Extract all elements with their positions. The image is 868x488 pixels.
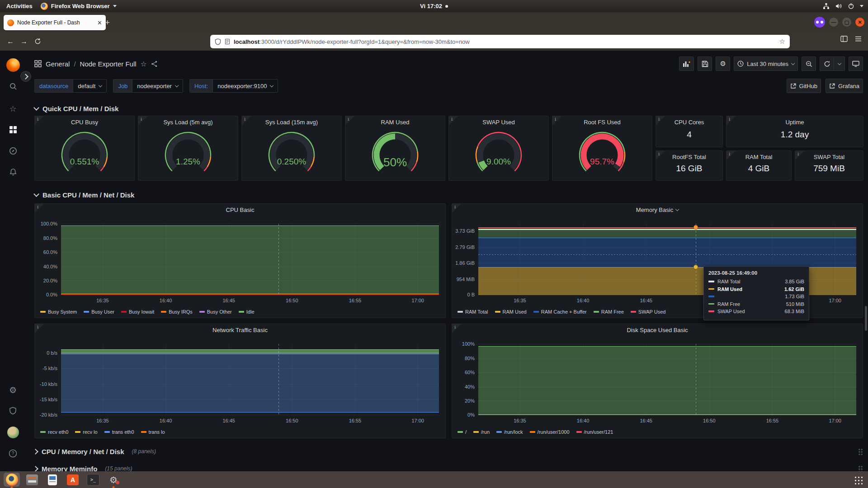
panel-title[interactable]: Root FS Used <box>563 119 641 126</box>
scrollbar[interactable] <box>865 306 867 331</box>
panel-disk-space-used-basic[interactable]: i Disk Space Used Basic 100% 80% 60% 40%… <box>452 324 863 438</box>
legend-item[interactable]: RAM Cache + Buffer <box>533 309 587 314</box>
variable-host[interactable]: Host: nodeexporter:9100 <box>189 79 278 93</box>
new-tab-button[interactable]: + <box>105 18 110 27</box>
legend-item[interactable]: Busy Other <box>199 309 232 314</box>
panel-info-corner[interactable] <box>726 151 736 160</box>
sidebar-item-server-admin[interactable] <box>0 407 26 415</box>
panel-info-corner[interactable] <box>726 116 736 125</box>
row-header-cpu-memory-net-disk[interactable]: CPU / Memory / Net / Disk (8 panels) <box>34 445 863 458</box>
sidebar-item-search[interactable] <box>0 82 26 90</box>
legend-item[interactable]: recv lo <box>75 429 97 435</box>
variable-job[interactable]: Job nodeexporter <box>113 79 183 93</box>
panel-swap-total[interactable]: i SWAP Total 759 MiB <box>795 150 863 181</box>
github-link-button[interactable]: GitHub <box>787 79 821 93</box>
sidebar-item-starred[interactable]: ☆ <box>0 104 26 114</box>
panel-info-corner[interactable] <box>795 151 804 160</box>
sidebar-item-profile[interactable] <box>0 427 26 438</box>
legend-item[interactable]: recv eth0 <box>40 429 68 435</box>
sidebar-toggle-icon[interactable] <box>840 36 848 42</box>
legend-item[interactable]: /run/user/1000 <box>530 429 570 435</box>
legend-item[interactable]: Idle <box>239 309 255 314</box>
drag-handle-icon[interactable] <box>858 448 863 455</box>
panel-cpu-cores[interactable]: i CPU Cores 4 <box>656 116 723 147</box>
grafana-logo[interactable] <box>0 58 26 72</box>
activities-button[interactable]: Activities <box>6 3 33 9</box>
zoom-out-time-button[interactable] <box>802 56 816 71</box>
legend-item[interactable]: RAM Total <box>458 309 488 314</box>
legend-item[interactable]: /run <box>473 429 490 435</box>
panel-cpu-busy[interactable]: i CPU Busy 0.551% <box>34 116 135 181</box>
taskbar-settings-tools[interactable]: ⚙ <box>105 473 122 487</box>
taskbar-document-viewer[interactable] <box>44 473 61 487</box>
panel-title[interactable]: Disk Space Used Basic <box>463 327 852 333</box>
panel-sys-load-15m[interactable]: i Sys Load (15m avg) 0.250% <box>241 116 342 181</box>
panel-info-corner[interactable] <box>656 151 665 160</box>
legend-item[interactable]: SWAP Used <box>631 309 666 314</box>
panel-info-corner[interactable] <box>449 116 458 125</box>
legend-item[interactable]: Busy User <box>84 309 114 314</box>
panel-info-corner[interactable] <box>345 116 354 125</box>
reload-button[interactable] <box>31 38 44 45</box>
panel-info-corner[interactable] <box>552 116 561 125</box>
extension-icon[interactable] <box>814 17 825 28</box>
panel-title[interactable]: SWAP Total <box>806 154 852 160</box>
sidebar-item-help[interactable]: ? <box>0 449 26 458</box>
save-dashboard-button[interactable] <box>698 56 712 71</box>
disk-chart-plot[interactable]: 100% 80% 60% 40% 20% 0% 16:35 16:40 16:4… <box>478 344 856 415</box>
legend-item[interactable]: trans eth0 <box>104 429 134 435</box>
panel-ram-used[interactable]: i RAM Used 50% <box>345 116 445 181</box>
window-maximize-button[interactable]: ▢ <box>842 18 851 27</box>
panel-sys-load-5m[interactable]: i Sys Load (5m avg) 1.25% <box>138 116 238 181</box>
legend-item[interactable]: trans lo <box>141 429 165 435</box>
window-close-button[interactable]: ✕ <box>855 18 864 27</box>
legend-item[interactable]: Busy IRQs <box>161 309 193 314</box>
panel-rootfs-total[interactable]: i RootFS Total 16 GiB <box>656 150 723 181</box>
panel-title[interactable]: Sys Load (5m avg) <box>149 119 227 126</box>
panel-ram-total[interactable]: i RAM Total 4 GiB <box>726 150 792 181</box>
legend-item[interactable]: / <box>458 429 467 435</box>
system-status-area[interactable] <box>823 3 863 9</box>
panel-title[interactable]: RAM Used <box>356 119 434 126</box>
sidebar-expand-button[interactable] <box>20 71 31 82</box>
panel-cpu-basic[interactable]: i CPU Basic 100.0% 80.0% 60.0% 40.0% 20.… <box>34 203 446 318</box>
cycle-view-mode-button[interactable] <box>849 56 863 71</box>
share-icon[interactable] <box>151 61 158 67</box>
panel-title[interactable]: Uptime <box>737 119 852 126</box>
panel-title[interactable]: Network Traffic Basic <box>46 327 434 333</box>
panel-uptime[interactable]: i Uptime 1.2 day <box>726 116 863 147</box>
panel-info-corner[interactable] <box>452 204 461 213</box>
forward-button[interactable]: → <box>17 38 31 46</box>
panel-memory-basic[interactable]: i Memory Basic 3.73 GiB 2.79 GiB <box>452 203 863 318</box>
legend-item[interactable]: Busy Iowait <box>121 309 154 314</box>
bookmark-star-icon[interactable]: ☆ <box>779 38 785 46</box>
browser-tab[interactable]: Node Exporter Full - Dash ✕ <box>4 15 106 30</box>
panel-info-corner[interactable] <box>656 116 665 125</box>
clock-menu[interactable]: Vi 17:02 <box>420 3 448 9</box>
legend-item[interactable]: Busy System <box>40 309 77 314</box>
tracking-shield-icon[interactable] <box>215 38 221 45</box>
site-info-icon[interactable] <box>225 38 230 45</box>
legend-item[interactable]: RAM Free <box>594 309 624 314</box>
taskbar-firefox[interactable] <box>4 473 20 487</box>
breadcrumb-title[interactable]: Node Exporter Full <box>80 60 137 68</box>
legend-item[interactable]: /run/lock <box>496 429 523 435</box>
row-header-quick[interactable]: Quick CPU / Mem / Disk <box>34 102 863 115</box>
dashboard-settings-button[interactable]: ⚙ <box>716 56 730 71</box>
breadcrumb-folder[interactable]: General <box>46 60 70 68</box>
show-applications-icon[interactable] <box>854 475 863 484</box>
panel-info-corner[interactable] <box>35 204 44 213</box>
panel-title[interactable]: CPU Busy <box>46 119 123 126</box>
panel-title[interactable]: SWAP Used <box>460 119 538 126</box>
url-bar[interactable]: localhost:3000/d/rYdddlPWk/node-exporter… <box>210 35 790 48</box>
panel-root-fs-used[interactable]: i Root FS Used 95.7% <box>552 116 652 181</box>
panel-info-corner[interactable] <box>138 116 147 125</box>
panel-network-traffic-basic[interactable]: i Network Traffic Basic 0 b/s -5 kb/s -1… <box>34 324 446 438</box>
row-header-basic[interactable]: Basic CPU / Mem / Net / Disk <box>34 188 863 201</box>
panel-title[interactable]: RootFS Total <box>667 154 712 160</box>
legend-item[interactable]: /run/user/121 <box>576 429 613 435</box>
taskbar-file-manager[interactable] <box>24 473 40 487</box>
sidebar-item-explore[interactable] <box>0 147 26 155</box>
hamburger-menu-icon[interactable] <box>855 36 862 42</box>
panel-info-corner[interactable] <box>452 324 461 333</box>
